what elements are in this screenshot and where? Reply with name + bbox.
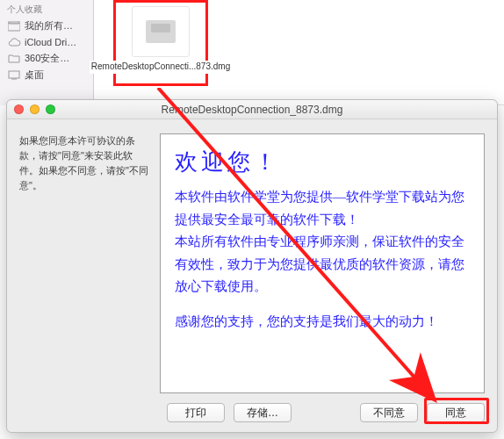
close-button[interactable] (14, 104, 24, 114)
finder-sidebar: 个人收藏 我的所有… iCloud Dri… 360安全… 桌面 (0, 0, 94, 105)
svg-rect-2 (9, 71, 19, 78)
license-instructions: 如果您同意本许可协议的条款，请按"同意"来安装此软件。如果您不同意，请按"不同意… (19, 133, 151, 393)
license-content: 欢迎您！ 本软件由软件学堂为您提供—软件学堂下载站为您提供最安全最可靠的软件下载… (160, 133, 485, 393)
welcome-body-1: 本软件由软件学堂为您提供—软件学堂下载站为您提供最安全最可靠的软件下载！ 本站所… (175, 186, 470, 299)
dmg-icon (132, 6, 190, 57)
sidebar-item-desktop[interactable]: 桌面 (0, 67, 93, 83)
sidebar-item-label: 桌面 (25, 68, 44, 82)
file-dmg[interactable]: RemoteDesktopConnecti...873.dmg (113, 0, 208, 86)
welcome-body-2: 感谢您的支持，您的支持是我们最大的动力！ (175, 311, 470, 334)
cloud-icon (7, 36, 21, 48)
agree-button[interactable]: 同意 (427, 403, 485, 422)
window-title: RemoteDesktopConnection_8873.dmg (7, 104, 497, 116)
desktop-icon (7, 69, 21, 82)
welcome-heading: 欢迎您！ (175, 147, 470, 177)
printer-icon (146, 20, 176, 43)
sidebar-item-all[interactable]: 我的所有… (0, 18, 93, 34)
sidebar-section-label: 个人收藏 (0, 0, 93, 18)
installer-window: RemoteDesktopConnection_8873.dmg 如果您同意本许… (6, 99, 498, 433)
save-button[interactable]: 存储… (234, 403, 292, 422)
window-controls (7, 104, 55, 114)
zoom-button[interactable] (46, 104, 55, 114)
sidebar-item-label: 360安全… (25, 52, 69, 65)
finder-file-area: RemoteDesktopConnecti...873.dmg (94, 0, 504, 105)
print-button[interactable]: 打印 (167, 403, 225, 422)
disagree-button[interactable]: 不同意 (360, 403, 418, 422)
finder-window: 个人收藏 我的所有… iCloud Dri… 360安全… 桌面 (0, 0, 504, 105)
folder-icon (7, 53, 21, 65)
all-files-icon (7, 20, 21, 32)
minimize-button[interactable] (30, 104, 40, 114)
sidebar-item-icloud[interactable]: iCloud Dri… (0, 34, 93, 50)
button-bar: 打印 存储… 不同意 同意 (7, 393, 497, 432)
titlebar: RemoteDesktopConnection_8873.dmg (7, 100, 497, 119)
sidebar-item-label: iCloud Dri… (25, 37, 76, 47)
sidebar-item-360[interactable]: 360安全… (0, 50, 93, 67)
sidebar-item-label: 我的所有… (25, 19, 73, 32)
file-name-label: RemoteDesktopConnecti...873.dmg (90, 61, 232, 74)
